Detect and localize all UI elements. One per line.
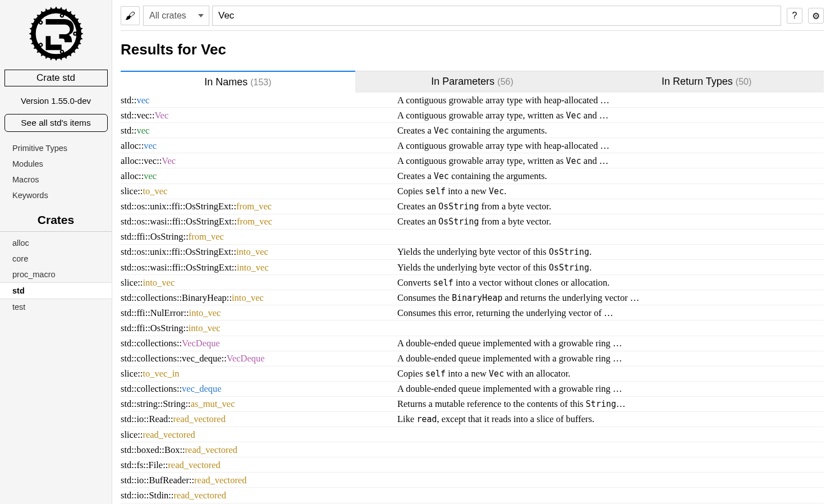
svg-point-2 <box>74 33 76 34</box>
result-row[interactable]: std::collections::vec_dequeA double-ende… <box>121 382 824 397</box>
result-row[interactable]: std::collections::vec_deque::VecDequeA d… <box>121 351 824 366</box>
result-path: std::ffi::OsString::into_vec <box>121 322 397 335</box>
sidebar-nav-item[interactable]: Primitive Types <box>0 140 112 156</box>
crate-select[interactable]: All crates <box>143 6 209 26</box>
result-row[interactable]: std::ffi::OsString::into_vec <box>121 320 824 336</box>
main-content: 🖌 All crates ? ⚙ Results for Vec In Name… <box>112 0 835 504</box>
result-description: Creates an OsString from a byte vector. <box>397 215 824 228</box>
result-path: std::collections::VecDeque <box>121 337 397 350</box>
results-tab[interactable]: In Names (153) <box>121 71 355 93</box>
result-path: alloc::vec::Vec <box>121 154 397 167</box>
result-path: std::ffi::NulError::into_vec <box>121 306 397 319</box>
help-icon: ? <box>792 11 797 21</box>
result-row[interactable]: std::vec::VecA contiguous growable array… <box>121 108 824 123</box>
crate-title-box[interactable]: Crate std <box>4 70 108 86</box>
brush-icon: 🖌 <box>125 10 135 22</box>
nav-list: Primitive TypesModulesMacrosKeywords <box>0 140 112 203</box>
sidebar-crate-item[interactable]: alloc <box>0 235 112 251</box>
result-description: Yields the underlying byte vector of thi… <box>397 261 824 274</box>
result-path: slice::to_vec <box>121 185 397 198</box>
result-path: std::fs::File::read_vectored <box>121 459 397 471</box>
results-tab[interactable]: In Parameters (56) <box>355 71 590 93</box>
result-description: Returns a mutable reference to the conte… <box>397 397 824 410</box>
result-description: A contiguous growable array type with he… <box>397 94 824 107</box>
crates-list: alloccoreproc_macrostdtest <box>0 235 112 315</box>
result-description: A double-ended queue implemented with a … <box>397 382 824 395</box>
search-input[interactable] <box>212 6 781 26</box>
results-tabs: In Names (153)In Parameters (56)In Retur… <box>121 71 824 93</box>
see-all-items-button[interactable]: See all std's items <box>4 114 108 132</box>
sidebar-crate-item[interactable]: test <box>0 299 112 315</box>
result-row[interactable]: std::string::String::as_mut_vecReturns a… <box>121 397 824 412</box>
result-path: std::vec <box>121 94 397 107</box>
result-path: std::vec <box>121 124 397 137</box>
crates-header: Crates <box>38 213 74 227</box>
result-row[interactable]: std::ffi::NulError::into_vecConsumes thi… <box>121 305 824 320</box>
result-row[interactable]: std::fs::File::read_vectored <box>121 457 824 473</box>
result-path: alloc::vec <box>121 169 397 182</box>
result-row[interactable]: std::vecA contiguous growable array type… <box>121 93 824 108</box>
result-path: std::os::wasi::ffi::OsStringExt::into_ve… <box>121 261 397 274</box>
result-path: alloc::vec <box>121 139 397 152</box>
result-description: Consumes this error, returning the under… <box>397 306 824 319</box>
result-row[interactable]: slice::to_vecCopies self into a new Vec. <box>121 184 824 199</box>
gear-icon: ⚙ <box>812 11 820 21</box>
results-tab[interactable]: In Return Types (50) <box>589 71 824 93</box>
result-row[interactable]: std::io::Read::read_vectoredLike read, e… <box>121 412 824 427</box>
result-description: Consumes the BinaryHeap and returns the … <box>397 291 824 304</box>
divider <box>0 231 112 232</box>
result-row[interactable]: std::io::BufReader::read_vectored <box>121 473 824 488</box>
result-row[interactable]: std::boxed::Box::read_vectored <box>121 442 824 457</box>
result-description <box>397 230 824 243</box>
result-description: Copies self into a new Vec with an alloc… <box>397 367 824 380</box>
result-row[interactable]: std::os::unix::ffi::OsStringExt::from_ve… <box>121 199 824 214</box>
result-description: Creates an OsString from a byte vector. <box>397 200 824 213</box>
result-row[interactable]: std::collections::VecDequeA double-ended… <box>121 336 824 351</box>
help-button[interactable]: ? <box>787 8 802 24</box>
result-row[interactable]: std::io::Stdin::read_vectored <box>121 488 824 503</box>
result-row[interactable]: std::os::wasi::ffi::OsStringExt::into_ve… <box>121 260 824 275</box>
result-path: std::collections::vec_deque <box>121 382 397 395</box>
topbar: 🖌 All crates ? ⚙ <box>121 6 824 26</box>
result-path: slice::to_vec_in <box>121 367 397 380</box>
result-description: Converts self into a vector without clon… <box>397 276 824 289</box>
result-row[interactable]: alloc::vec::VecA contiguous growable arr… <box>121 153 824 168</box>
result-row[interactable]: alloc::vecA contiguous growable array ty… <box>121 138 824 153</box>
result-description: Creates a Vec containing the arguments. <box>397 124 824 137</box>
result-description: A double-ended queue implemented with a … <box>397 352 824 365</box>
version-label: Version 1.55.0-dev <box>21 96 91 106</box>
result-description <box>397 459 824 471</box>
result-row[interactable]: slice::to_vec_inCopies self into a new V… <box>121 366 824 382</box>
result-description: Like read, except that it reads into a s… <box>397 413 824 425</box>
result-row[interactable]: std::os::wasi::ffi::OsStringExt::from_ve… <box>121 214 824 230</box>
result-row[interactable]: std::vecCreates a Vec containing the arg… <box>121 123 824 138</box>
result-path: std::vec::Vec <box>121 109 397 122</box>
result-row[interactable]: slice::read_vectored <box>121 427 824 442</box>
sidebar-crate-item[interactable]: std <box>0 282 112 299</box>
results-title: Results for Vec <box>121 41 824 58</box>
settings-button[interactable]: ⚙ <box>808 8 824 24</box>
result-description: Copies self into a new Vec. <box>397 185 824 198</box>
sidebar-nav-item[interactable]: Macros <box>0 172 112 187</box>
result-description: A contiguous growable array type, writte… <box>397 154 824 167</box>
sidebar-crate-item[interactable]: core <box>0 251 112 267</box>
result-row[interactable]: std::collections::BinaryHeap::into_vecCo… <box>121 290 824 305</box>
result-row[interactable]: slice::into_vecConverts self into a vect… <box>121 275 824 290</box>
result-path: std::os::wasi::ffi::OsStringExt::from_ve… <box>121 215 397 228</box>
result-path: std::os::unix::ffi::OsStringExt::from_ve… <box>121 200 397 213</box>
result-description <box>397 428 824 441</box>
result-row[interactable]: alloc::vecCreates a Vec containing the a… <box>121 168 824 184</box>
result-path: std::io::BufReader::read_vectored <box>121 474 397 487</box>
rust-logo[interactable] <box>28 6 84 64</box>
result-path: std::collections::vec_deque::VecDeque <box>121 352 397 365</box>
result-row[interactable]: std::os::unix::ffi::OsStringExt::into_ve… <box>121 245 824 260</box>
result-path: std::io::Read::read_vectored <box>121 413 397 425</box>
sidebar-nav-item[interactable]: Keywords <box>0 187 112 203</box>
result-row[interactable]: std::ffi::OsString::from_vec <box>121 230 824 245</box>
sidebar-crate-item[interactable]: proc_macro <box>0 267 112 282</box>
sidebar-nav-item[interactable]: Modules <box>0 156 112 172</box>
theme-picker-button[interactable]: 🖌 <box>121 6 140 25</box>
result-path: std::collections::BinaryHeap::into_vec <box>121 291 397 304</box>
result-description: A contiguous growable array type with he… <box>397 139 824 152</box>
result-path: std::os::unix::ffi::OsStringExt::into_ve… <box>121 245 397 258</box>
